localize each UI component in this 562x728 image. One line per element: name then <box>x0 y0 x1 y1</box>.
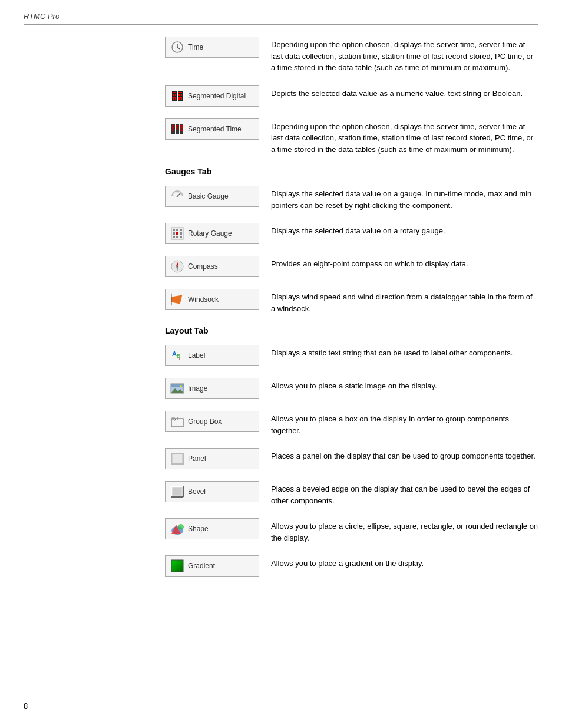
panel-icon <box>170 452 184 466</box>
layout-tab-heading: Layout Tab <box>165 326 538 335</box>
gauges-tab-heading: Gauges Tab <box>165 167 538 176</box>
svg-rect-35 <box>180 130 181 131</box>
svg-rect-8 <box>175 94 176 96</box>
image-label: Image <box>188 384 207 393</box>
svg-rect-36 <box>182 130 183 131</box>
svg-rect-17 <box>181 98 182 100</box>
group-box-label: Group Box <box>188 417 222 426</box>
label-icon: A B c <box>170 348 184 363</box>
svg-rect-32 <box>180 126 181 128</box>
label-desc: Displays a static text string that can b… <box>271 345 538 359</box>
list-item: xyz Group Box Allows you to place a box … <box>165 411 538 436</box>
list-item: Compass Provides an eight-point compass … <box>165 256 538 277</box>
segmented-digital-desc: Depicts the selected data value as a num… <box>271 85 538 100</box>
image-icon <box>170 381 184 396</box>
page-number: 8 <box>24 701 28 710</box>
basic-gauge-label: Basic Gauge <box>188 192 229 200</box>
compass-box: Compass <box>165 256 259 277</box>
bevel-box: Bevel <box>165 481 259 502</box>
list-item: A B c Label Displays a static text strin… <box>165 345 538 366</box>
group-box-icon: xyz <box>170 414 184 429</box>
list-item: Basic Gauge Displays the selected data v… <box>165 186 538 211</box>
bevel-desc: Places a beveled edge on the display tha… <box>271 481 538 506</box>
basic-gauge-desc: Displays the selected data value on a ga… <box>271 186 538 211</box>
rotary-gauge-label: Rotary Gauge <box>188 229 232 238</box>
svg-rect-43 <box>173 232 175 235</box>
bevel-label: Bevel <box>188 487 206 496</box>
list-item: Segmented Digital Depicts the selected d… <box>165 85 538 107</box>
svg-rect-22 <box>172 126 173 128</box>
svg-rect-42 <box>180 229 182 231</box>
svg-point-38 <box>177 196 178 197</box>
svg-rect-21 <box>172 125 174 126</box>
app-title: RTMC Pro <box>24 12 59 21</box>
image-box: Image <box>165 378 259 399</box>
list-item: Image Allows you to place a static image… <box>165 378 538 399</box>
page: RTMC Pro Time Depending upon the option … <box>0 0 562 612</box>
svg-rect-26 <box>174 130 175 131</box>
list-item: Rotary Gauge Displays the selected data … <box>165 223 538 244</box>
segmented-time-desc: Depending upon the option chosen, displa… <box>271 118 538 156</box>
svg-rect-45 <box>180 232 182 235</box>
list-item: Shape Allows you to place a circle, elli… <box>165 518 538 543</box>
segmented-digital-icon <box>170 89 184 103</box>
clock-icon <box>170 40 184 54</box>
group-box-desc: Allows you to place a box on the display… <box>271 411 538 436</box>
segmented-time-box: Segmented Time <box>165 118 259 140</box>
svg-rect-28 <box>176 126 177 128</box>
svg-rect-11 <box>175 98 176 100</box>
list-item: Time Depending upon the option chosen, d… <box>165 37 538 74</box>
svg-rect-27 <box>176 125 178 126</box>
svg-rect-9 <box>173 97 176 98</box>
svg-rect-10 <box>173 98 174 100</box>
svg-rect-23 <box>174 126 175 128</box>
svg-rect-12 <box>178 92 182 93</box>
svg-rect-25 <box>172 130 173 131</box>
panel-desc: Places a panel on the display that can b… <box>271 448 538 462</box>
svg-rect-13 <box>178 94 180 96</box>
svg-rect-14 <box>181 94 182 96</box>
compass-label: Compass <box>188 262 218 271</box>
svg-rect-48 <box>180 236 182 238</box>
svg-point-74 <box>178 524 184 530</box>
time-label: Time <box>188 43 203 51</box>
gradient-desc: Allows you to place a gradient on the di… <box>271 555 538 569</box>
windsock-label: Windsock <box>188 295 219 304</box>
rotary-gauge-desc: Displays the selected data value on a ro… <box>271 223 538 237</box>
shape-label: Shape <box>188 525 209 533</box>
label-box: A B c Label <box>165 345 259 366</box>
svg-rect-7 <box>173 94 174 96</box>
windsock-box: Windsock <box>165 289 259 310</box>
gradient-label: Gradient <box>188 562 215 570</box>
svg-rect-41 <box>176 229 178 231</box>
svg-rect-46 <box>173 236 175 238</box>
rotary-gauge-box: Rotary Gauge <box>165 223 259 244</box>
basic-gauge-box: Basic Gauge <box>165 186 259 207</box>
time-box: Time <box>165 37 259 58</box>
svg-point-52 <box>177 266 178 268</box>
svg-text:c: c <box>179 356 181 361</box>
svg-rect-30 <box>176 129 178 130</box>
group-box-box: xyz Group Box <box>165 411 259 432</box>
segmented-digital-label: Segmented Digital <box>188 92 246 100</box>
segmented-time-icon <box>170 122 184 136</box>
windsock-icon <box>170 292 184 307</box>
svg-rect-6 <box>173 92 176 93</box>
gradient-icon <box>170 559 184 573</box>
svg-rect-29 <box>178 126 179 128</box>
svg-rect-33 <box>182 126 183 128</box>
list-item: Panel Places a panel on the display that… <box>165 448 538 469</box>
svg-rect-47 <box>176 236 178 238</box>
compass-desc: Provides an eight-point compass on which… <box>271 256 538 270</box>
main-content: Time Depending upon the option chosen, d… <box>165 37 538 577</box>
list-item: Segmented Time Depending upon the option… <box>165 118 538 156</box>
panel-label: Panel <box>188 454 206 463</box>
bevel-icon <box>170 485 184 499</box>
time-desc: Depending upon the option chosen, displa… <box>271 37 538 74</box>
shape-icon <box>170 522 184 536</box>
svg-rect-40 <box>173 229 175 231</box>
shape-box: Shape <box>165 518 259 539</box>
svg-rect-75 <box>171 560 183 572</box>
svg-rect-15 <box>178 97 182 98</box>
basic-gauge-icon <box>170 189 184 203</box>
